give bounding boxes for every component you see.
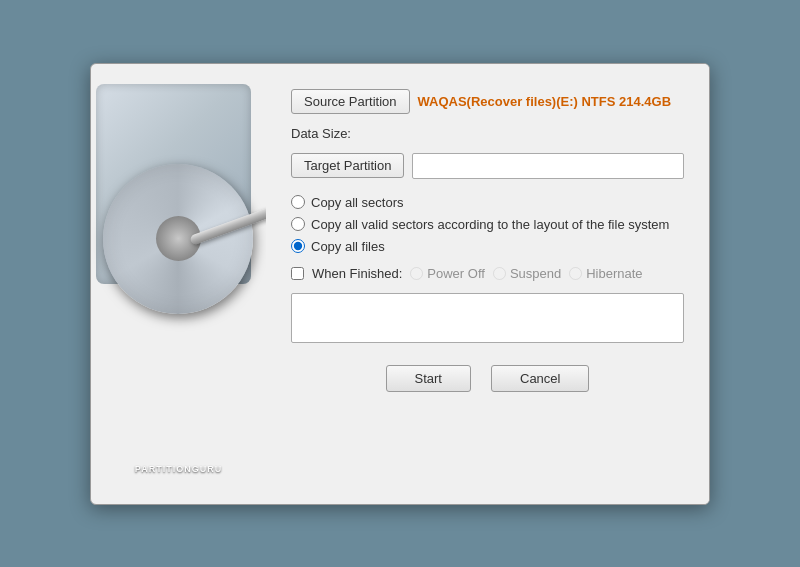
cancel-button[interactable]: Cancel xyxy=(491,365,589,392)
left-panel: PARTITIONGURU xyxy=(91,64,266,504)
suspend-option: Suspend xyxy=(493,266,561,281)
source-partition-row: Source Partition WAQAS(Recover files)(E:… xyxy=(291,89,684,114)
copy-valid-sectors-label: Copy all valid sectors according to the … xyxy=(311,217,669,232)
copy-all-files-row: Copy all files xyxy=(291,239,684,254)
copy-all-sectors-radio[interactable] xyxy=(291,195,305,209)
bottom-buttons: Start Cancel xyxy=(291,365,684,392)
hibernate-option: Hibernate xyxy=(569,266,642,281)
power-off-label: Power Off xyxy=(427,266,485,281)
copy-all-sectors-label: Copy all sectors xyxy=(311,195,403,210)
copy-all-files-label: Copy all files xyxy=(311,239,385,254)
copy-all-files-radio[interactable] xyxy=(291,239,305,253)
start-button[interactable]: Start xyxy=(386,365,471,392)
when-finished-row: When Finished: Power Off Suspend Hiberna… xyxy=(291,266,684,281)
data-size-label: Data Size: xyxy=(291,126,351,141)
data-size-row: Data Size: xyxy=(291,126,684,141)
copy-all-sectors-row: Copy all sectors xyxy=(291,195,684,210)
suspend-label: Suspend xyxy=(510,266,561,281)
power-off-radio[interactable] xyxy=(410,267,423,280)
right-panel: Source Partition WAQAS(Recover files)(E:… xyxy=(266,64,709,504)
target-partition-row: Target Partition xyxy=(291,153,684,179)
when-finished-label: When Finished: xyxy=(312,266,402,281)
power-off-option: Power Off xyxy=(410,266,485,281)
source-partition-value: WAQAS(Recover files)(E:) NTFS 214.4GB xyxy=(418,94,672,109)
target-partition-button[interactable]: Target Partition xyxy=(291,153,404,178)
hibernate-label: Hibernate xyxy=(586,266,642,281)
copy-valid-sectors-row: Copy all valid sectors according to the … xyxy=(291,217,684,232)
target-partition-input[interactable] xyxy=(412,153,684,179)
hibernate-radio[interactable] xyxy=(569,267,582,280)
description-box xyxy=(291,293,684,343)
brand-label: PARTITIONGURU xyxy=(91,464,266,474)
copy-options-group: Copy all sectors Copy all valid sectors … xyxy=(291,195,684,254)
source-partition-button[interactable]: Source Partition xyxy=(291,89,410,114)
when-finished-checkbox[interactable] xyxy=(291,267,304,280)
copy-valid-sectors-radio[interactable] xyxy=(291,217,305,231)
main-dialog: PARTITIONGURU Source Partition WAQAS(Rec… xyxy=(90,63,710,505)
suspend-radio[interactable] xyxy=(493,267,506,280)
